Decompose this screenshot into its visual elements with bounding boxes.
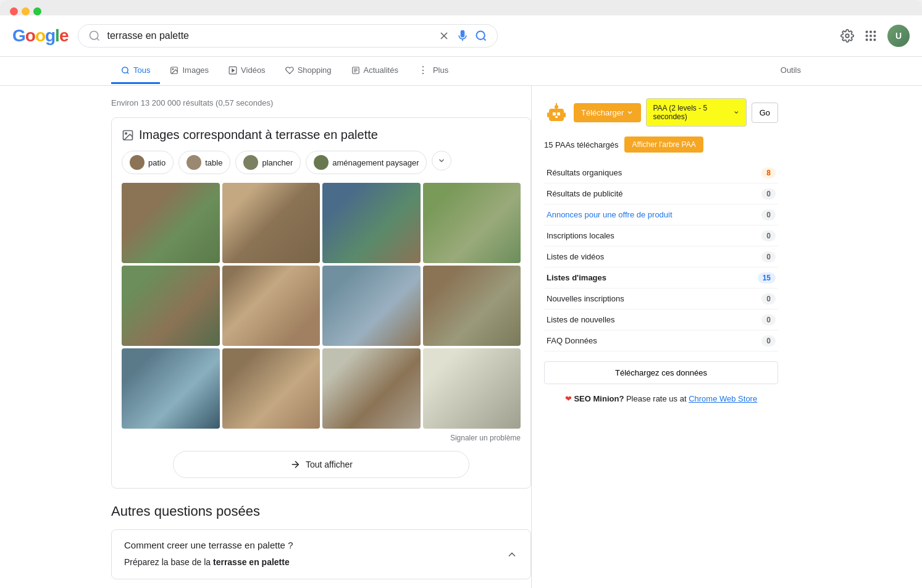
apps-button[interactable] bbox=[864, 29, 878, 43]
tab-videos[interactable]: Vidéos bbox=[219, 58, 275, 84]
aq-question-1: Comment creer une terrasse en palette ? bbox=[124, 540, 293, 550]
stat-badge-nouvelles-inscriptions: 0 bbox=[761, 293, 776, 304]
stat-label-nouvelles: Listes de nouvelles bbox=[544, 309, 743, 330]
results-count: Environ 13 200 000 résultats (0,57 secon… bbox=[111, 98, 531, 107]
image-item-9[interactable] bbox=[122, 348, 220, 429]
svg-rect-12 bbox=[870, 35, 872, 37]
header: Google bbox=[0, 15, 922, 57]
paa-count-text: 15 PAAs téléchargés bbox=[544, 140, 618, 149]
image-item-11[interactable] bbox=[322, 348, 421, 429]
chip-label-plancher: plancher bbox=[262, 158, 293, 167]
image-item-12[interactable] bbox=[423, 348, 521, 429]
tab-tous[interactable]: Tous bbox=[111, 58, 160, 84]
image-chips: patio table plancher aménagement paysage… bbox=[122, 151, 521, 174]
svg-rect-16 bbox=[874, 39, 876, 41]
chip-more-button[interactable] bbox=[432, 151, 451, 170]
logo-letter-o1: o bbox=[25, 26, 35, 46]
go-button[interactable]: Go bbox=[752, 103, 778, 123]
stat-label-nouvelles-inscriptions: Nouvelles inscriptions bbox=[544, 288, 743, 309]
image-item-10[interactable] bbox=[222, 348, 321, 429]
logo-letter-o2: o bbox=[35, 26, 45, 46]
aq-title: Autres questions posées bbox=[111, 503, 531, 519]
paa-select[interactable]: PAA (2 levels - 5 secondes) bbox=[646, 98, 746, 127]
stat-label-annonces[interactable]: Annonces pour une offre de produit bbox=[544, 204, 743, 225]
stat-badge-annonces: 0 bbox=[761, 209, 776, 220]
go-label: Go bbox=[760, 108, 770, 117]
chip-table[interactable]: table bbox=[178, 151, 230, 174]
image-item-3[interactable] bbox=[322, 183, 421, 263]
image-item-8[interactable] bbox=[423, 266, 521, 346]
search-button[interactable] bbox=[475, 30, 487, 42]
tab-images[interactable]: Images bbox=[160, 58, 219, 84]
table-row-images: Listes d'images 15 bbox=[544, 267, 778, 288]
tab-actualites[interactable]: Actualités bbox=[342, 58, 408, 84]
aq-answer-1: Préparez la base de la terrasse en palet… bbox=[124, 555, 293, 569]
settings-button[interactable] bbox=[840, 29, 854, 43]
svg-rect-33 bbox=[555, 116, 558, 118]
image-item-1[interactable] bbox=[122, 183, 220, 263]
stat-badge-videos: 0 bbox=[761, 251, 776, 262]
image-section-title: Images correspondant à terrasse en palet… bbox=[139, 128, 378, 142]
tab-shopping[interactable]: Shopping bbox=[275, 58, 342, 84]
aq-answer-highlight: terrasse en palette bbox=[213, 557, 290, 567]
image-item-7[interactable] bbox=[322, 266, 421, 346]
chevron-up-icon bbox=[506, 548, 518, 561]
svg-rect-8 bbox=[866, 31, 868, 33]
svg-point-5 bbox=[477, 32, 485, 40]
robot-icon bbox=[544, 100, 569, 125]
svg-rect-14 bbox=[866, 39, 868, 41]
paa-chevron-icon bbox=[733, 109, 740, 116]
minimize-button[interactable] bbox=[22, 7, 30, 15]
tab-plus[interactable]: ⋮ Plus bbox=[408, 57, 458, 85]
image-item-2[interactable] bbox=[222, 183, 321, 263]
afficher-arbre-button[interactable]: Afficher l'arbre PAA bbox=[624, 136, 703, 153]
svg-rect-37 bbox=[547, 112, 549, 117]
aq-answer-prefix: Préparez la base de la bbox=[124, 557, 213, 567]
image-item-6[interactable] bbox=[222, 266, 321, 346]
avatar[interactable]: U bbox=[887, 25, 910, 47]
image-item-4[interactable] bbox=[423, 183, 521, 263]
telecharger-button[interactable]: Télécharger bbox=[574, 103, 641, 122]
chevron-down-icon bbox=[437, 156, 446, 165]
paa-select-label: PAA (2 levels - 5 secondes) bbox=[653, 104, 733, 121]
chip-patio[interactable]: patio bbox=[122, 151, 174, 174]
news-tab-icon bbox=[351, 66, 360, 75]
chip-img-patio bbox=[130, 155, 145, 170]
clear-search-button[interactable] bbox=[438, 30, 450, 42]
aq-item-1[interactable]: Comment creer une terrasse en palette ? … bbox=[111, 529, 531, 579]
logo-letter-g: G bbox=[12, 26, 25, 46]
svg-point-0 bbox=[90, 32, 98, 40]
image-section-icon bbox=[122, 129, 134, 141]
voice-search-button[interactable] bbox=[456, 30, 469, 42]
seo-toolbar: Télécharger PAA (2 levels - 5 secondes) … bbox=[544, 98, 778, 127]
chip-plancher[interactable]: plancher bbox=[235, 151, 301, 174]
table-row-faq: FAQ Données 0 bbox=[544, 330, 778, 351]
image-item-5[interactable] bbox=[122, 266, 220, 346]
stat-value-faq: 0 bbox=[743, 330, 778, 351]
stat-label-organic: Résultats organiques bbox=[544, 162, 743, 183]
signaler-link[interactable]: Signaler un problème bbox=[122, 434, 521, 442]
fullscreen-button[interactable] bbox=[33, 7, 41, 15]
svg-line-18 bbox=[127, 72, 129, 74]
stat-label-pub: Résultats de publicité bbox=[544, 183, 743, 204]
chip-amenagement[interactable]: aménagement paysager bbox=[306, 151, 427, 174]
svg-marker-22 bbox=[232, 69, 235, 72]
tab-outils[interactable]: Outils bbox=[771, 58, 811, 84]
svg-point-20 bbox=[173, 69, 174, 70]
svg-point-17 bbox=[122, 67, 128, 72]
stat-label-inscriptions: Inscriptions locales bbox=[544, 225, 743, 246]
afficher-arbre-label: Afficher l'arbre PAA bbox=[632, 140, 695, 149]
images-tab-icon bbox=[170, 66, 178, 75]
tout-afficher-button[interactable]: Tout afficher bbox=[173, 451, 469, 478]
logo-letter-g2: g bbox=[45, 26, 55, 46]
close-button[interactable] bbox=[10, 7, 18, 15]
svg-rect-30 bbox=[549, 109, 564, 121]
stat-value-nouvelles-inscriptions: 0 bbox=[743, 288, 778, 309]
chip-label-patio: patio bbox=[148, 158, 166, 167]
chrome-store-link[interactable]: Chrome Web Store bbox=[689, 394, 757, 403]
table-row-nouvelles: Listes de nouvelles 0 bbox=[544, 309, 778, 330]
search-bar bbox=[78, 24, 498, 48]
download-data-button[interactable]: Téléchargez ces données bbox=[544, 361, 778, 384]
nav-tabs: Tous Images Vidéos Shopping Actualités bbox=[0, 57, 922, 86]
search-input[interactable] bbox=[107, 30, 432, 41]
